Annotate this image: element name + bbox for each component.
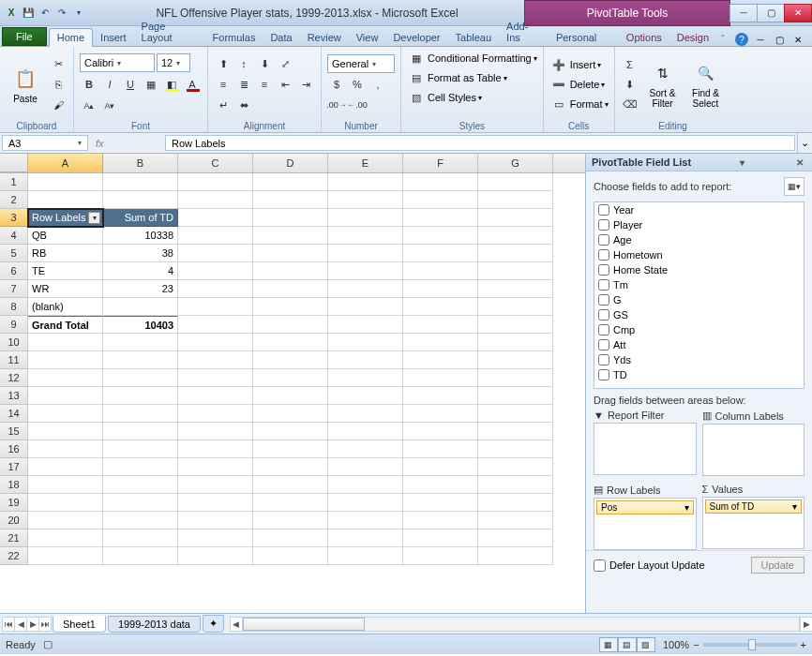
cell[interactable] [328,191,403,209]
cell[interactable] [403,494,478,512]
cell[interactable]: TE [28,262,103,280]
cell[interactable]: 10338 [103,227,178,245]
cell[interactable] [403,476,478,494]
cell[interactable] [403,423,478,440]
cell[interactable] [403,458,478,476]
cell[interactable] [328,227,403,245]
cell[interactable] [253,209,328,227]
cell[interactable] [478,512,553,529]
cell[interactable] [253,369,328,387]
workbook-restore-icon[interactable]: ▢ [773,33,786,46]
cell[interactable] [178,458,253,476]
fill-button[interactable]: ⬇ [621,75,639,94]
field-checkbox[interactable] [598,309,609,321]
col-header-b[interactable]: B [103,154,178,172]
field-list[interactable]: YearPlayerAgeHometownHome StateTmGGSCmpA… [594,201,804,389]
defer-checkbox[interactable] [594,559,606,572]
cell[interactable] [103,440,178,458]
align-center-button[interactable]: ≣ [234,75,253,94]
cell[interactable] [28,351,103,369]
field-checkbox[interactable] [598,219,609,231]
cell[interactable] [253,458,328,476]
bold-button[interactable]: B [80,75,98,94]
sheet-nav-last-icon[interactable]: ⏭ [38,617,52,632]
paste-button[interactable]: 📋 Paste [6,49,45,120]
conditional-formatting-button[interactable]: ▦Conditional Formatting ▾ [407,49,537,67]
font-color-button[interactable]: A [183,75,202,94]
cell[interactable] [178,209,253,227]
cell[interactable]: 10403 [103,316,178,334]
wrap-text-button[interactable]: ↵ [214,96,233,114]
row-header[interactable]: 16 [0,440,28,458]
comma-button[interactable]: , [368,75,387,94]
cell[interactable] [478,209,553,227]
row-header[interactable]: 7 [0,280,28,298]
col-header-f[interactable]: F [403,154,478,172]
row-header[interactable]: 8 [0,298,28,316]
col-header-c[interactable]: C [178,154,253,172]
close-button[interactable]: ✕ [784,4,812,22]
field-checkbox[interactable] [598,339,609,350]
fx-icon[interactable]: fx [96,138,104,149]
save-icon[interactable]: 💾 [21,6,36,21]
cell[interactable] [328,209,403,227]
cell-styles-button[interactable]: ▧Cell Styles ▾ [407,88,537,107]
view-normal-button[interactable]: ▦ [599,637,618,652]
cell[interactable] [178,529,253,547]
cell[interactable] [178,298,253,316]
tab-formulas[interactable]: Formulas [205,29,263,46]
cell[interactable] [403,512,478,529]
cell[interactable] [403,262,478,280]
row-pill[interactable]: Pos▾ [596,500,694,514]
cell[interactable] [478,369,553,387]
cell[interactable] [28,369,103,387]
redo-icon[interactable]: ↷ [54,6,69,21]
field-item[interactable]: Year [594,202,804,217]
cell[interactable] [403,440,478,458]
cell[interactable] [328,173,403,191]
cell[interactable] [103,334,178,351]
row-header[interactable]: 2 [0,191,28,209]
pane-close-icon[interactable]: ✕ [793,157,806,168]
field-checkbox[interactable] [598,264,609,276]
cell[interactable] [253,334,328,351]
field-item[interactable]: Att [594,337,804,352]
cell[interactable] [103,547,178,565]
cell[interactable] [253,512,328,529]
cell[interactable] [253,405,328,423]
underline-button[interactable]: U [121,75,140,94]
cell[interactable] [478,529,553,547]
cell[interactable] [403,298,478,316]
cell[interactable] [328,245,403,262]
report-filter-area[interactable] [594,423,697,475]
cell[interactable] [103,387,178,405]
field-checkbox[interactable] [598,204,609,216]
help-icon[interactable]: ? [735,33,748,46]
pane-dropdown-icon[interactable]: ▾ [737,157,747,168]
cell[interactable] [253,351,328,369]
orientation-button[interactable]: ⤢ [276,54,294,73]
cell[interactable] [103,494,178,512]
field-checkbox[interactable] [598,324,609,335]
cell[interactable] [103,529,178,547]
tab-options[interactable]: Options [619,29,669,46]
cut-button[interactable]: ✂ [49,54,68,73]
cell[interactable] [178,494,253,512]
cell[interactable] [253,191,328,209]
cell[interactable] [253,440,328,458]
column-labels-area[interactable] [702,424,805,476]
cell[interactable] [28,476,103,494]
copy-button[interactable]: ⎘ [49,75,68,94]
format-cells-button[interactable]: ▭Format ▾ [549,95,609,113]
row-header[interactable]: 4 [0,227,28,245]
field-checkbox[interactable] [598,234,609,246]
qat-dropdown-icon[interactable]: ▾ [71,6,86,21]
cell[interactable] [103,351,178,369]
cell[interactable] [478,423,553,440]
row-header[interactable]: 15 [0,423,28,440]
cell[interactable] [178,369,253,387]
cell[interactable] [403,280,478,298]
cell[interactable] [28,440,103,458]
clear-button[interactable]: ⌫ [621,95,639,113]
cell[interactable] [328,316,403,334]
